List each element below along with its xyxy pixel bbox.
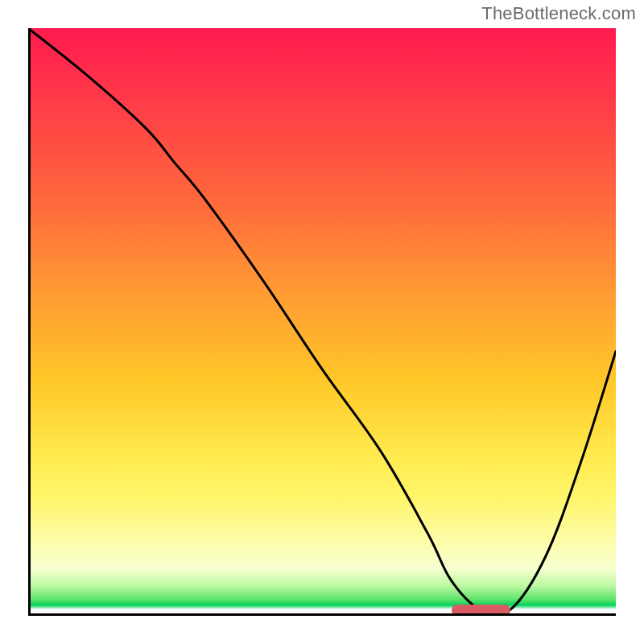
plot-area [28, 28, 616, 616]
bottleneck-curve-path [28, 28, 616, 616]
bottleneck-chart: TheBottleneck.com [0, 0, 644, 644]
watermark-text: TheBottleneck.com [481, 3, 636, 24]
optimal-range-marker [452, 605, 510, 616]
curve-layer [28, 28, 616, 616]
